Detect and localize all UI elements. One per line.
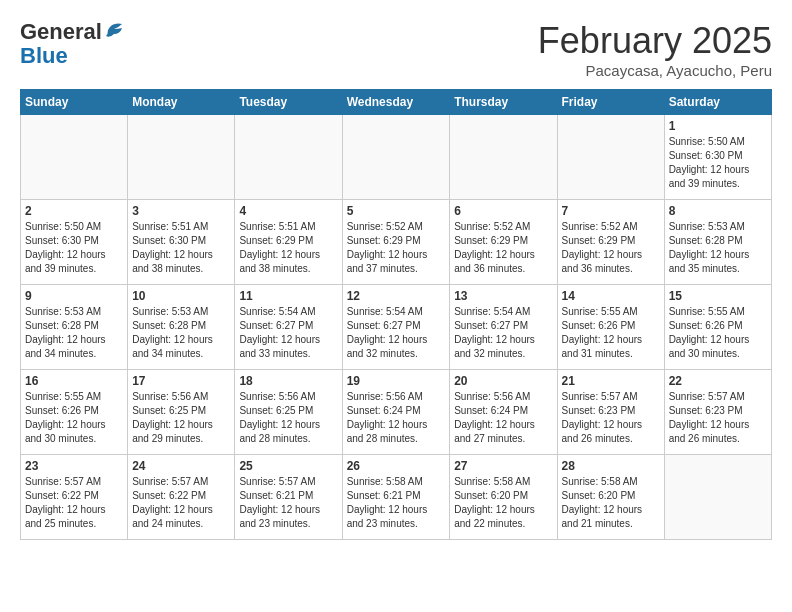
calendar-cell: 8Sunrise: 5:53 AM Sunset: 6:28 PM Daylig…: [664, 200, 771, 285]
logo: General Blue: [20, 20, 126, 68]
calendar-cell: 21Sunrise: 5:57 AM Sunset: 6:23 PM Dayli…: [557, 370, 664, 455]
day-header-sunday: Sunday: [21, 90, 128, 115]
day-number: 24: [132, 459, 230, 473]
calendar-cell: [664, 455, 771, 540]
calendar-cell: 17Sunrise: 5:56 AM Sunset: 6:25 PM Dayli…: [128, 370, 235, 455]
title-block: February 2025 Pacaycasa, Ayacucho, Peru: [538, 20, 772, 79]
day-info: Sunrise: 5:52 AM Sunset: 6:29 PM Dayligh…: [562, 220, 660, 276]
day-number: 18: [239, 374, 337, 388]
day-info: Sunrise: 5:56 AM Sunset: 6:25 PM Dayligh…: [132, 390, 230, 446]
day-header-friday: Friday: [557, 90, 664, 115]
day-header-wednesday: Wednesday: [342, 90, 450, 115]
day-number: 3: [132, 204, 230, 218]
calendar-cell: 3Sunrise: 5:51 AM Sunset: 6:30 PM Daylig…: [128, 200, 235, 285]
calendar-table: SundayMondayTuesdayWednesdayThursdayFrid…: [20, 89, 772, 540]
day-number: 13: [454, 289, 552, 303]
calendar-cell: 18Sunrise: 5:56 AM Sunset: 6:25 PM Dayli…: [235, 370, 342, 455]
calendar-cell: 4Sunrise: 5:51 AM Sunset: 6:29 PM Daylig…: [235, 200, 342, 285]
day-info: Sunrise: 5:55 AM Sunset: 6:26 PM Dayligh…: [562, 305, 660, 361]
day-number: 27: [454, 459, 552, 473]
week-row-5: 23Sunrise: 5:57 AM Sunset: 6:22 PM Dayli…: [21, 455, 772, 540]
week-row-1: 1Sunrise: 5:50 AM Sunset: 6:30 PM Daylig…: [21, 115, 772, 200]
logo-blue: Blue: [20, 44, 68, 68]
calendar-cell: [557, 115, 664, 200]
calendar-cell: 9Sunrise: 5:53 AM Sunset: 6:28 PM Daylig…: [21, 285, 128, 370]
day-info: Sunrise: 5:55 AM Sunset: 6:26 PM Dayligh…: [25, 390, 123, 446]
calendar-cell: 6Sunrise: 5:52 AM Sunset: 6:29 PM Daylig…: [450, 200, 557, 285]
day-info: Sunrise: 5:52 AM Sunset: 6:29 PM Dayligh…: [347, 220, 446, 276]
calendar-cell: 14Sunrise: 5:55 AM Sunset: 6:26 PM Dayli…: [557, 285, 664, 370]
day-number: 19: [347, 374, 446, 388]
day-number: 10: [132, 289, 230, 303]
week-row-2: 2Sunrise: 5:50 AM Sunset: 6:30 PM Daylig…: [21, 200, 772, 285]
day-info: Sunrise: 5:58 AM Sunset: 6:20 PM Dayligh…: [454, 475, 552, 531]
day-header-monday: Monday: [128, 90, 235, 115]
calendar-cell: [450, 115, 557, 200]
day-header-thursday: Thursday: [450, 90, 557, 115]
calendar-cell: 28Sunrise: 5:58 AM Sunset: 6:20 PM Dayli…: [557, 455, 664, 540]
calendar-cell: 24Sunrise: 5:57 AM Sunset: 6:22 PM Dayli…: [128, 455, 235, 540]
day-number: 12: [347, 289, 446, 303]
day-number: 23: [25, 459, 123, 473]
day-number: 4: [239, 204, 337, 218]
day-number: 22: [669, 374, 767, 388]
day-info: Sunrise: 5:54 AM Sunset: 6:27 PM Dayligh…: [454, 305, 552, 361]
calendar-cell: 22Sunrise: 5:57 AM Sunset: 6:23 PM Dayli…: [664, 370, 771, 455]
location: Pacaycasa, Ayacucho, Peru: [538, 62, 772, 79]
day-header-tuesday: Tuesday: [235, 90, 342, 115]
day-number: 20: [454, 374, 552, 388]
day-info: Sunrise: 5:53 AM Sunset: 6:28 PM Dayligh…: [669, 220, 767, 276]
day-number: 2: [25, 204, 123, 218]
day-info: Sunrise: 5:58 AM Sunset: 6:21 PM Dayligh…: [347, 475, 446, 531]
calendar-cell: 20Sunrise: 5:56 AM Sunset: 6:24 PM Dayli…: [450, 370, 557, 455]
calendar-cell: 10Sunrise: 5:53 AM Sunset: 6:28 PM Dayli…: [128, 285, 235, 370]
day-number: 9: [25, 289, 123, 303]
calendar-header-row: SundayMondayTuesdayWednesdayThursdayFrid…: [21, 90, 772, 115]
calendar-cell: 2Sunrise: 5:50 AM Sunset: 6:30 PM Daylig…: [21, 200, 128, 285]
day-info: Sunrise: 5:52 AM Sunset: 6:29 PM Dayligh…: [454, 220, 552, 276]
day-number: 5: [347, 204, 446, 218]
day-info: Sunrise: 5:58 AM Sunset: 6:20 PM Dayligh…: [562, 475, 660, 531]
day-number: 21: [562, 374, 660, 388]
logo-bird-icon: [104, 20, 126, 40]
calendar-cell: [342, 115, 450, 200]
day-number: 28: [562, 459, 660, 473]
day-number: 11: [239, 289, 337, 303]
logo-general: General: [20, 20, 102, 44]
calendar-cell: [128, 115, 235, 200]
calendar-cell: 1Sunrise: 5:50 AM Sunset: 6:30 PM Daylig…: [664, 115, 771, 200]
day-info: Sunrise: 5:57 AM Sunset: 6:22 PM Dayligh…: [132, 475, 230, 531]
day-number: 26: [347, 459, 446, 473]
day-info: Sunrise: 5:57 AM Sunset: 6:23 PM Dayligh…: [562, 390, 660, 446]
day-number: 14: [562, 289, 660, 303]
day-info: Sunrise: 5:54 AM Sunset: 6:27 PM Dayligh…: [239, 305, 337, 361]
day-number: 7: [562, 204, 660, 218]
calendar-cell: 23Sunrise: 5:57 AM Sunset: 6:22 PM Dayli…: [21, 455, 128, 540]
calendar-cell: 7Sunrise: 5:52 AM Sunset: 6:29 PM Daylig…: [557, 200, 664, 285]
day-number: 8: [669, 204, 767, 218]
day-number: 25: [239, 459, 337, 473]
day-number: 15: [669, 289, 767, 303]
week-row-4: 16Sunrise: 5:55 AM Sunset: 6:26 PM Dayli…: [21, 370, 772, 455]
calendar-cell: 12Sunrise: 5:54 AM Sunset: 6:27 PM Dayli…: [342, 285, 450, 370]
calendar-cell: 5Sunrise: 5:52 AM Sunset: 6:29 PM Daylig…: [342, 200, 450, 285]
day-info: Sunrise: 5:57 AM Sunset: 6:22 PM Dayligh…: [25, 475, 123, 531]
calendar-cell: 27Sunrise: 5:58 AM Sunset: 6:20 PM Dayli…: [450, 455, 557, 540]
day-info: Sunrise: 5:50 AM Sunset: 6:30 PM Dayligh…: [25, 220, 123, 276]
month-title: February 2025: [538, 20, 772, 62]
calendar-cell: 26Sunrise: 5:58 AM Sunset: 6:21 PM Dayli…: [342, 455, 450, 540]
day-info: Sunrise: 5:51 AM Sunset: 6:30 PM Dayligh…: [132, 220, 230, 276]
calendar-cell: 11Sunrise: 5:54 AM Sunset: 6:27 PM Dayli…: [235, 285, 342, 370]
day-number: 17: [132, 374, 230, 388]
calendar-cell: [21, 115, 128, 200]
week-row-3: 9Sunrise: 5:53 AM Sunset: 6:28 PM Daylig…: [21, 285, 772, 370]
day-info: Sunrise: 5:56 AM Sunset: 6:25 PM Dayligh…: [239, 390, 337, 446]
calendar-cell: 13Sunrise: 5:54 AM Sunset: 6:27 PM Dayli…: [450, 285, 557, 370]
calendar-cell: 16Sunrise: 5:55 AM Sunset: 6:26 PM Dayli…: [21, 370, 128, 455]
page-header: General Blue February 2025 Pacaycasa, Ay…: [20, 20, 772, 79]
day-info: Sunrise: 5:53 AM Sunset: 6:28 PM Dayligh…: [132, 305, 230, 361]
day-info: Sunrise: 5:57 AM Sunset: 6:23 PM Dayligh…: [669, 390, 767, 446]
day-info: Sunrise: 5:57 AM Sunset: 6:21 PM Dayligh…: [239, 475, 337, 531]
day-info: Sunrise: 5:56 AM Sunset: 6:24 PM Dayligh…: [347, 390, 446, 446]
calendar-cell: [235, 115, 342, 200]
